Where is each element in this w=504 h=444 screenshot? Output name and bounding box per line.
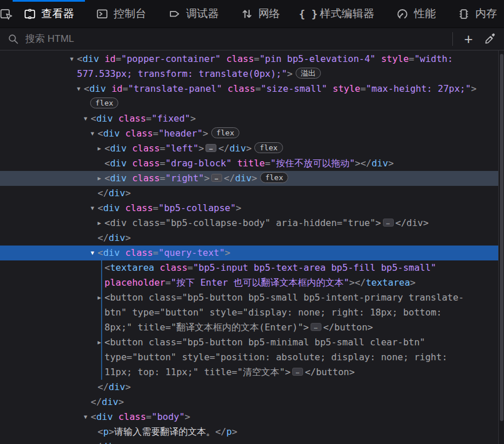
markup-row[interactable]: </div>: [0, 439, 498, 444]
markup-row[interactable]: ▼<div id="translate-panel" class="size-s…: [0, 81, 498, 96]
punctuation: >: [199, 143, 204, 154]
tab-style-editor[interactable]: { }样式编辑器: [291, 0, 385, 28]
markup-row[interactable]: </div>: [0, 395, 498, 410]
tag-name: div: [406, 217, 423, 228]
attribute-value: "button": [160, 307, 204, 318]
markup-badge[interactable]: flex: [90, 98, 118, 108]
tools-separator: [452, 32, 453, 46]
markup-row[interactable]: placeholder="按下 Enter 也可以翻译文本框内的文本"></te…: [0, 275, 498, 290]
attribute-value: "body": [152, 411, 185, 422]
expand-arrow-icon[interactable]: ▶: [95, 335, 103, 350]
text-node: [199, 367, 204, 377]
markup-row[interactable]: 8px;" title="翻译文本框内的文本(Enter)">…</button…: [0, 320, 498, 335]
markup-row[interactable]: </div>: [0, 186, 498, 201]
expand-arrow-icon[interactable]: ▶: [95, 290, 103, 305]
markup-row[interactable]: ▶<button class="bp5-button bp5-minimal b…: [0, 335, 498, 350]
markup-row[interactable]: <div class="drag-block" title="按住不放可以拖动"…: [0, 156, 498, 171]
markup-row[interactable]: ▼<div class="fixed">: [0, 111, 498, 126]
chip-icon: [458, 7, 470, 20]
markup-row[interactable]: ▼<div id="popper-container" class="pin b…: [0, 52, 498, 67]
markup-row[interactable]: ▼<div class="body">: [0, 410, 498, 424]
markup-badge[interactable]: flex: [211, 127, 239, 138]
attribute-name: style: [210, 307, 237, 318]
attribute-name: title: [237, 158, 265, 169]
markup-badge[interactable]: flex: [254, 142, 282, 153]
attribute-value: "按下 Enter 也可以翻译文本框内的文本": [171, 277, 350, 288]
punctuation: <: [104, 337, 110, 348]
tab-label: 网络: [258, 6, 280, 21]
markup-row[interactable]: <textarea class="bp5-input bp5-text-area…: [0, 260, 498, 275]
markup-row[interactable]: 577.533px; transform: translate(0px);">溢…: [0, 67, 498, 81]
markup-row[interactable]: flex: [0, 96, 498, 111]
tab-label: 调试器: [186, 6, 219, 21]
tab-debugger[interactable]: 调试器: [157, 0, 230, 28]
collapse-arrow-icon[interactable]: ▼: [68, 52, 76, 67]
markup-row[interactable]: ▶<button class="bp5-button bp5-small bp5…: [0, 290, 498, 305]
collapsed-children-ellipsis[interactable]: …: [311, 323, 321, 331]
attribute-value: "fixed": [152, 113, 190, 124]
collapsed-children-ellipsis[interactable]: …: [383, 219, 394, 227]
punctuation: =: [255, 83, 261, 94]
collapse-arrow-icon[interactable]: ▼: [75, 81, 83, 96]
tab-performance[interactable]: 性能: [385, 0, 447, 28]
tab-label: 内存: [475, 6, 497, 21]
vertical-scrollbar[interactable]: [498, 50, 504, 444]
attribute-value: btn": [104, 307, 127, 318]
expand-arrow-icon[interactable]: ▶: [95, 141, 103, 156]
collapsed-children-ellipsis[interactable]: …: [206, 144, 216, 152]
markup-row[interactable]: ▼<div class="header">flex: [0, 126, 498, 141]
tab-label: 查看器: [41, 6, 74, 21]
attribute-value: "position: absolute; display: none; righ…: [215, 352, 448, 363]
punctuation: <: [98, 128, 103, 139]
collapsed-children-ellipsis[interactable]: …: [292, 368, 303, 376]
collapse-arrow-icon[interactable]: ▼: [82, 111, 90, 126]
attribute-value: "bp5-button bp5-minimal bp5-small clear-…: [182, 337, 425, 348]
punctuation: =: [153, 247, 158, 258]
punctuation: <: [91, 113, 96, 124]
attribute-value: "pin bp5-elevation-4": [259, 53, 375, 64]
text-node: [143, 292, 149, 303]
markup-row[interactable]: <p>请输入需要翻译的文本。</p>: [0, 424, 498, 439]
markup-row[interactable]: btn" type="button" style="display: none;…: [0, 305, 498, 320]
add-node-button[interactable]: +: [461, 33, 476, 45]
tag-name: div: [102, 396, 118, 407]
text-node: [120, 247, 126, 258]
markup-row[interactable]: ▼<div class="bp5-collapse">: [0, 201, 498, 216]
collapse-arrow-icon[interactable]: ▼: [88, 201, 96, 216]
expand-arrow-icon[interactable]: ▶: [95, 216, 103, 231]
markup-badge[interactable]: flex: [260, 172, 288, 183]
node-picker-button[interactable]: [0, 0, 13, 28]
scrollbar-thumb[interactable]: [500, 54, 503, 421]
markup-row[interactable]: type="button" style="position: absolute;…: [0, 350, 498, 365]
attribute-name: class: [149, 337, 176, 348]
markup-row[interactable]: ▼<div class="query-text">: [0, 246, 498, 260]
collapse-arrow-icon[interactable]: ▼: [88, 126, 96, 141]
tag-name: p: [226, 426, 232, 437]
collapsed-children-ellipsis[interactable]: …: [211, 174, 222, 182]
tag-name: div: [110, 143, 127, 154]
collapse-arrow-icon[interactable]: ▼: [88, 246, 96, 260]
markup-row[interactable]: ▶<div class="right">…</div>flex: [0, 171, 498, 186]
tab-inspector[interactable]: 查看器: [13, 0, 85, 28]
attribute-name: id: [111, 83, 122, 94]
punctuation: >: [410, 277, 416, 288]
tab-memory[interactable]: 内存: [447, 0, 504, 28]
tab-label: 控制台: [114, 6, 146, 21]
console-icon: [96, 7, 108, 20]
markup-row[interactable]: 11px; top: 11px;" title="清空文本">…</button…: [0, 365, 498, 380]
attribute-value: 11px; top: 11px;": [104, 367, 199, 377]
expand-arrow-icon[interactable]: ▶: [95, 171, 103, 186]
search-input[interactable]: [24, 33, 452, 45]
network-icon: [241, 7, 253, 20]
search-row-tools: +: [452, 32, 497, 46]
markup-row[interactable]: ▶<div class="left">…</div>flex: [0, 141, 498, 156]
collapse-arrow-icon[interactable]: ▼: [82, 410, 90, 424]
markup-row[interactable]: </div>: [0, 231, 498, 246]
punctuation: </: [224, 173, 235, 184]
markup-row[interactable]: </div>: [0, 380, 498, 395]
tab-network[interactable]: 网络: [230, 0, 291, 28]
markup-row[interactable]: ▶<div class="bp5-collapse-body" aria-hid…: [0, 216, 498, 231]
eyedropper-button[interactable]: [484, 33, 497, 45]
tab-console[interactable]: 控制台: [85, 0, 157, 28]
markup-badge[interactable]: 溢出: [296, 68, 321, 79]
